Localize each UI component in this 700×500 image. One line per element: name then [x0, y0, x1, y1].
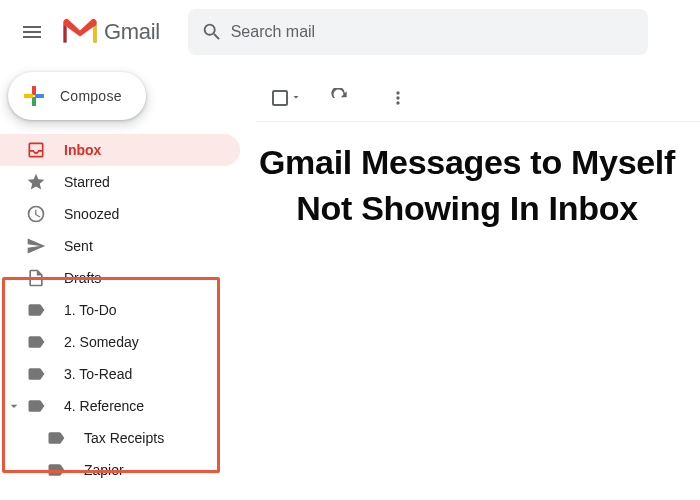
hamburger-icon [20, 20, 44, 44]
sidebar-item-label: Snoozed [64, 206, 119, 222]
brand-name: Gmail [104, 19, 160, 45]
toolbar [256, 74, 700, 122]
body: Compose Inbox Starred Snoozed Sent [0, 64, 700, 500]
compose-button[interactable]: Compose [8, 72, 146, 120]
inbox-icon [26, 140, 46, 160]
label-icon [26, 332, 46, 352]
sidebar-item-label: Zapier [84, 462, 124, 478]
drafts-icon [26, 268, 46, 288]
clock-icon [26, 204, 46, 224]
sidebar-item-label-2-someday[interactable]: 2. Someday [0, 326, 240, 358]
sidebar-item-label-zapier[interactable]: Zapier [0, 454, 240, 486]
main-pane [256, 64, 700, 500]
sidebar-item-label: 1. To-Do [64, 302, 117, 318]
label-icon [26, 300, 46, 320]
more-vert-icon [388, 88, 408, 108]
sidebar-item-snoozed[interactable]: Snoozed [0, 198, 240, 230]
search-icon [194, 21, 231, 43]
sidebar-item-label-tax-receipts[interactable]: Tax Receipts [0, 422, 240, 454]
main-menu-button[interactable] [8, 8, 56, 56]
search-input[interactable] [231, 23, 642, 41]
sidebar-item-label: 4. Reference [64, 398, 144, 414]
sent-icon [26, 236, 46, 256]
plus-icon [22, 84, 46, 108]
sidebar-item-label: Drafts [64, 270, 101, 286]
more-button[interactable] [378, 78, 418, 118]
svg-rect-2 [24, 94, 33, 98]
refresh-button[interactable] [320, 78, 360, 118]
svg-rect-1 [32, 97, 36, 106]
star-icon [26, 172, 46, 192]
gmail-app: Gmail Compose [0, 0, 700, 500]
sidebar-item-label-4-reference[interactable]: 4. Reference [0, 390, 240, 422]
sidebar-item-drafts[interactable]: Drafts [0, 262, 240, 294]
label-icon [46, 428, 66, 448]
select-dropdown-icon[interactable] [290, 89, 302, 107]
sidebar-item-label: Sent [64, 238, 93, 254]
select-all-control[interactable] [272, 89, 302, 107]
sidebar-item-label: 3. To-Read [64, 366, 132, 382]
sidebar-nav: Inbox Starred Snoozed Sent Drafts [0, 134, 256, 486]
sidebar-item-label-3-toread[interactable]: 3. To-Read [0, 358, 240, 390]
select-all-checkbox[interactable] [272, 90, 288, 106]
svg-rect-3 [35, 94, 44, 98]
sidebar-item-label-1-todo[interactable]: 1. To-Do [0, 294, 240, 326]
collapse-icon[interactable] [4, 398, 24, 414]
annotation-headline: Gmail Messages to Myself Not Showing In … [252, 140, 682, 232]
sidebar-item-sent[interactable]: Sent [0, 230, 240, 262]
search-bar[interactable] [188, 9, 648, 55]
sidebar-item-label: 2. Someday [64, 334, 139, 350]
gmail-logo-icon [60, 17, 100, 47]
label-icon [46, 460, 66, 480]
header: Gmail [0, 0, 700, 64]
compose-label: Compose [60, 88, 122, 104]
sidebar: Compose Inbox Starred Snoozed Sent [0, 64, 256, 500]
refresh-icon [330, 88, 350, 108]
sidebar-item-label: Tax Receipts [84, 430, 164, 446]
brand: Gmail [60, 17, 160, 47]
sidebar-item-label: Inbox [64, 142, 101, 158]
label-icon [26, 364, 46, 384]
label-icon [26, 396, 46, 416]
sidebar-item-label: Starred [64, 174, 110, 190]
svg-rect-0 [32, 86, 36, 95]
sidebar-item-starred[interactable]: Starred [0, 166, 240, 198]
sidebar-item-inbox[interactable]: Inbox [0, 134, 240, 166]
